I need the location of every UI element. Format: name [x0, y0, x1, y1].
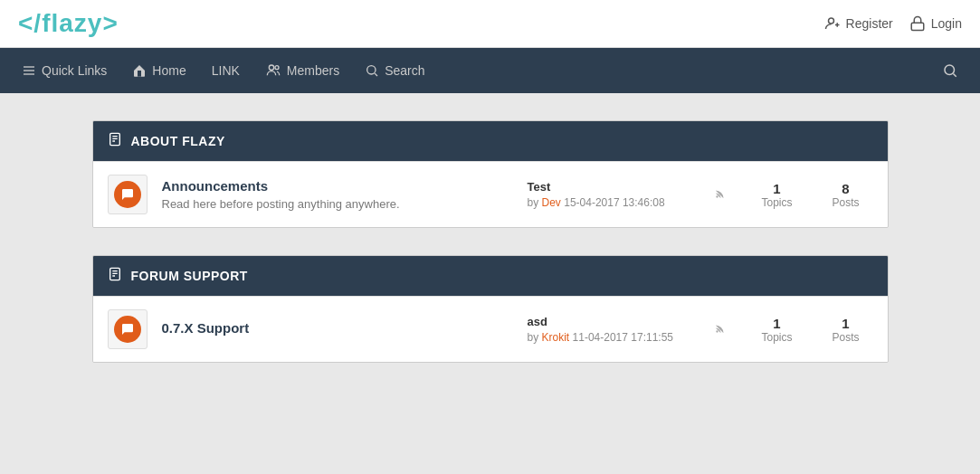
- support-last-by: by Krokit 11-04-2017 17:11:55: [528, 331, 690, 344]
- search-toggle-button[interactable]: [929, 48, 971, 93]
- announcements-topics-label: Topics: [750, 196, 804, 209]
- bars-icon: [22, 63, 36, 78]
- announcements-info: Announcements Read here before posting a…: [162, 178, 513, 211]
- quick-links-label: Quick Links: [42, 63, 107, 78]
- svg-line-12: [953, 73, 956, 76]
- announcements-last-post: Test by Dev 15-04-2017 13:46:08: [528, 180, 690, 209]
- about-flazy-section: ABOUT FLAZY Announcements Read here befo…: [92, 120, 889, 228]
- section-doc-icon: [108, 132, 122, 150]
- link-label: LINK: [212, 63, 240, 78]
- svg-point-11: [945, 65, 955, 75]
- svg-point-0: [828, 18, 833, 24]
- support-last-date: 11-04-2017 17:11:55: [573, 331, 673, 344]
- support-icon-wrap: [108, 309, 147, 349]
- support-last-topic: asd: [528, 315, 690, 328]
- support-title[interactable]: 0.7.X Support: [162, 320, 513, 336]
- announcements-icon-wrap: [108, 175, 147, 214]
- about-flazy-header: ABOUT FLAZY: [93, 121, 888, 161]
- svg-point-17: [716, 195, 718, 197]
- link-nav[interactable]: LINK: [199, 48, 252, 93]
- svg-line-10: [375, 73, 377, 76]
- header-actions: Register Login: [824, 15, 962, 32]
- login-label: Login: [931, 16, 962, 31]
- forum-support-header: FORUM SUPPORT: [93, 256, 888, 296]
- announcements-posts-stat: 8 Posts: [819, 181, 873, 209]
- search-icon-right: [942, 62, 958, 79]
- announcements-last-author[interactable]: Dev: [542, 196, 561, 209]
- search-link[interactable]: Search: [352, 48, 437, 93]
- site-logo: </flazy>: [18, 9, 119, 38]
- svg-point-7: [269, 65, 273, 70]
- announcements-posts-label: Posts: [819, 196, 873, 209]
- home-icon: [132, 63, 147, 78]
- support-posts-label: Posts: [819, 331, 873, 344]
- svg-rect-3: [911, 23, 924, 30]
- announcements-title[interactable]: Announcements: [162, 178, 513, 194]
- support-row: 0.7.X Support asd by Krokit 11-04-2017 1…: [93, 296, 888, 362]
- register-link[interactable]: Register: [824, 15, 893, 32]
- support-posts-count: 1: [819, 316, 873, 331]
- announcements-posts-count: 8: [819, 181, 873, 196]
- search-icon-nav: [365, 63, 379, 78]
- support-topics-label: Topics: [750, 331, 804, 344]
- members-icon: [265, 63, 281, 78]
- support-topics-stat: 1 Topics: [750, 316, 804, 344]
- home-link[interactable]: Home: [119, 48, 198, 93]
- members-link[interactable]: Members: [252, 48, 352, 93]
- rss-feed-icon[interactable]: [705, 185, 736, 204]
- site-header: </flazy> Register Login: [0, 0, 980, 48]
- announcements-icon: [114, 181, 141, 208]
- home-label: Home: [152, 63, 186, 78]
- svg-point-22: [716, 330, 718, 332]
- forum-support-title: FORUM SUPPORT: [131, 269, 248, 283]
- forum-support-section: FORUM SUPPORT 0.7.X Support asd by Kroki…: [92, 255, 889, 363]
- register-label: Register: [846, 16, 893, 31]
- announcements-last-date: 15-04-2017 13:46:08: [564, 196, 664, 209]
- members-label: Members: [287, 63, 339, 78]
- svg-point-8: [275, 66, 279, 70]
- login-link[interactable]: Login: [909, 15, 962, 32]
- support-info: 0.7.X Support: [162, 320, 513, 339]
- announcements-topics-stat: 1 Topics: [750, 181, 804, 209]
- svg-point-9: [367, 66, 376, 74]
- section-doc-icon-2: [108, 267, 122, 285]
- login-icon: [909, 15, 926, 32]
- support-last-author[interactable]: Krokit: [542, 331, 570, 344]
- announcements-last-by: by Dev 15-04-2017 13:46:08: [528, 196, 690, 209]
- about-flazy-title: ABOUT FLAZY: [131, 134, 225, 148]
- rss-feed-icon-2[interactable]: [705, 320, 736, 339]
- quick-links-menu[interactable]: Quick Links: [9, 48, 119, 93]
- search-label: Search: [385, 63, 424, 78]
- main-content: ABOUT FLAZY Announcements Read here befo…: [83, 120, 898, 363]
- announcements-desc: Read here before posting anything anywhe…: [162, 197, 513, 211]
- support-posts-stat: 1 Posts: [819, 316, 873, 344]
- announcements-last-topic: Test: [528, 180, 690, 194]
- support-icon: [114, 316, 141, 343]
- support-last-post: asd by Krokit 11-04-2017 17:11:55: [528, 315, 690, 344]
- announcements-topics-count: 1: [750, 181, 804, 196]
- register-icon: [824, 15, 841, 32]
- support-topics-count: 1: [750, 316, 804, 331]
- announcements-row: Announcements Read here before posting a…: [93, 161, 888, 227]
- navbar: Quick Links Home LINK Members Search: [0, 48, 980, 93]
